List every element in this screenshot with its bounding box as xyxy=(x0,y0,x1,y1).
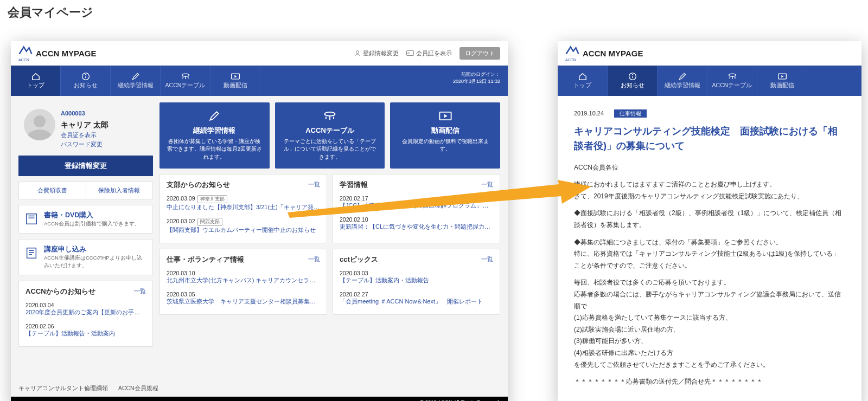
footer-link-rules[interactable]: ACCN会員規程 xyxy=(118,385,158,391)
brand-name: ACCN MYPAGE xyxy=(583,49,643,58)
svg-point-0 xyxy=(356,51,359,54)
panel-job: 仕事・ボランティア情報一覧 2020.03.10 北九州市立大学(北方キャンパス… xyxy=(159,249,327,315)
video-icon xyxy=(231,72,240,81)
member-id: A000003 xyxy=(61,109,108,119)
more-link[interactable]: 一覧 xyxy=(308,181,320,189)
video-icon xyxy=(438,110,452,122)
card-icon xyxy=(406,50,414,56)
svg-rect-8 xyxy=(27,214,37,224)
page-title: 会員マイページ xyxy=(0,0,868,25)
news-item[interactable]: 2020.02.06 【テーブル】活動報告・活動案内 xyxy=(25,320,146,341)
news-item[interactable]: 2020.03.03 【テーブル】活動案内・活動報告 xyxy=(340,267,493,288)
svg-point-5 xyxy=(85,74,86,75)
news-item[interactable]: 2020.03.10 北九州市立大学(北方キャンパス) キャリアカウンセラ… xyxy=(167,267,320,288)
home-icon xyxy=(578,72,588,81)
svg-rect-9 xyxy=(27,248,36,258)
main-nav: トップ お知らせ 継続学習情報 ACCNテーブル 動画配信 前回のログイン： 2… xyxy=(11,66,508,96)
article-category: 仕事情報 xyxy=(614,109,647,118)
logo[interactable]: ACCN ACCN MYPAGE xyxy=(18,44,96,62)
side-link-books[interactable]: 書籍・DVD購入 ACCN会員は割引価格で購入できます。 xyxy=(18,205,153,234)
article-text: 皆様におかれましてはますますご清祥のこととお慶び申し上げます。 さて、2019年… xyxy=(574,179,845,202)
logo[interactable]: ACCN ACCN MYPAGE xyxy=(565,44,643,62)
home-icon xyxy=(31,72,41,81)
table-icon xyxy=(181,72,190,81)
copyright: © 2019 ACCN All Rights Reserved. xyxy=(11,397,508,401)
svg-point-10 xyxy=(325,112,335,116)
brand-name: ACCN MYPAGE xyxy=(36,49,96,58)
feature-tiles: 継続学習情報 各団体が募集している学習・講座が検索できます。講座情報は毎月2回更… xyxy=(159,102,500,169)
pencil-icon xyxy=(678,72,687,81)
more-link[interactable]: 一覧 xyxy=(481,181,493,189)
footer: キャリアコンサルタント倫理綱領 ACCN会員規程 © 2019 ACCN All… xyxy=(11,380,508,401)
news-item[interactable]: 2020.03.05 茨城県立医療大学 キャリア支援センター相談員募集の… xyxy=(167,288,320,309)
article-window: ACCN ACCN MYPAGE トップ お知らせ 継続学習情報 ACCNテーブ… xyxy=(558,41,861,401)
link-show-card[interactable]: 会員証を表示 xyxy=(61,131,108,140)
nav-top[interactable]: トップ xyxy=(558,66,608,96)
util-show-card[interactable]: 会員証を表示 xyxy=(406,49,452,57)
book-icon xyxy=(24,212,39,226)
table-icon xyxy=(323,110,337,122)
member-name: キャリア 太郎 xyxy=(61,119,108,131)
accn-news-panel: ACCNからのお知らせ 一覧 2020.03.04 2020年度会員更新のご案内… xyxy=(18,281,153,347)
svg-point-15 xyxy=(729,74,736,76)
svg-point-6 xyxy=(182,74,189,76)
nav-news[interactable]: お知らせ xyxy=(61,66,111,96)
main-nav: トップ お知らせ 継続学習情報 ACCNテーブル 動画配信 xyxy=(558,66,861,96)
util-reg-change[interactable]: 登録情報変更 xyxy=(354,49,399,57)
svg-point-14 xyxy=(632,74,633,75)
pencil-icon xyxy=(207,110,221,122)
form-icon xyxy=(24,246,39,260)
news-item[interactable]: 2020.03.09神奈川支部 中止になりました【神奈川支部】3/21(土)「キ… xyxy=(167,192,320,215)
nav-study[interactable]: 継続学習情報 xyxy=(658,66,707,96)
side-link-course[interactable]: 講座申し込み ACCN主催講座はCCCのHPよりお申し込みいただけます。 xyxy=(18,239,153,276)
article-text: ◆募集の詳細につきましては、添付の「募集要項」をご参照ください。 特に、応募資格… xyxy=(574,237,845,272)
footer-link-ethics[interactable]: キャリアコンサルタント倫理綱領 xyxy=(18,385,108,391)
header: ACCN ACCN MYPAGE xyxy=(558,41,861,66)
panel-study: 学習情報一覧 2020.02.17 【JCC】「職業生活設計の為の自己理解プログ… xyxy=(333,174,500,243)
twin-insurance[interactable]: 保険加入者情報 xyxy=(86,182,153,199)
news-item[interactable]: 2020.03.04 2020年度会員更新のご案内【更新のお手続き… xyxy=(25,299,146,320)
news-item[interactable]: 2020.02.27 「会員meeting ＃ACCN Now＆Next」 開催… xyxy=(340,288,493,309)
nav-top[interactable]: トップ xyxy=(11,66,61,96)
table-icon xyxy=(727,72,737,81)
article-text: 毎回、相談者役では多くのご応募を頂いております。 応募者多数の場合には、勝手なが… xyxy=(574,277,845,371)
accn-news-title: ACCNからのお知らせ xyxy=(25,287,95,296)
article-body: 2019.10.24 仕事情報 キャリアコンサルティング技能検定 面接試験におけ… xyxy=(558,96,861,401)
article-title: キャリアコンサルティング技能検定 面接試験における「相談者役)」の募集について xyxy=(574,124,845,153)
twin-receipt[interactable]: 会費領収書 xyxy=(19,182,86,199)
article-text: ＊＊＊＊＊＊＊＊応募書類の送付先／問合せ先＊＊＊＊＊＊＊＊ xyxy=(574,376,845,388)
reg-change-button[interactable]: 登録情報変更 xyxy=(18,156,153,176)
last-login: 前回のログイン： 2020年3月12日 11:32 xyxy=(445,66,508,96)
nav-table[interactable]: ACCNテーブル xyxy=(161,66,210,96)
news-item[interactable]: 2020.02.17 【JCC】「職業生活設計の為の自己理解プログラム」更新… xyxy=(340,192,493,213)
link-change-pw[interactable]: パスワード変更 xyxy=(61,140,108,149)
profile-block: A000003 キャリア 太郎 会員証を表示 パスワード変更 登録情報変更 xyxy=(18,102,153,176)
nav-news[interactable]: お知らせ xyxy=(608,66,658,96)
twin-links: 会費領収書 保険加入者情報 xyxy=(18,182,153,199)
accn-news-more[interactable]: 一覧 xyxy=(134,288,146,295)
user-icon xyxy=(354,50,361,56)
video-icon xyxy=(777,72,787,81)
article-text: ACCN会員各位 xyxy=(574,162,845,174)
news-item[interactable]: 2020.02.10 更新講習：【CLに気づきや変化を生む力・問題把握力と… xyxy=(340,213,493,234)
news-item[interactable]: 2020.03.02関西支部 【関西支部】ウエルカムパーティー開催中止のお知らせ xyxy=(167,215,320,237)
tile-study[interactable]: 継続学習情報 各団体が募集している学習・講座が検索できます。講座情報は毎月2回更… xyxy=(159,102,270,169)
nav-video[interactable]: 動画配信 xyxy=(210,66,260,96)
logout-button[interactable]: ログアウト xyxy=(459,47,500,60)
pencil-icon xyxy=(131,72,141,81)
header: ACCN ACCN MYPAGE 登録情報変更 会員証を表示 ログアウト xyxy=(11,41,508,66)
mypage-window: ACCN ACCN MYPAGE 登録情報変更 会員証を表示 ログアウト xyxy=(11,41,508,401)
logo-sublabel: ACCN xyxy=(18,58,33,62)
tile-table[interactable]: ACCNテーブル テーマごとに活動をしている「テーブル」について活動記録を見るこ… xyxy=(275,102,385,169)
nav-table[interactable]: ACCNテーブル xyxy=(707,66,757,96)
svg-rect-2 xyxy=(407,52,410,54)
nav-study[interactable]: 継続学習情報 xyxy=(111,66,161,96)
info-icon xyxy=(628,72,637,81)
nav-video[interactable]: 動画配信 xyxy=(757,66,807,96)
panel-topics: cctピックス一覧 2020.03.03 【テーブル】活動案内・活動報告 202… xyxy=(333,249,500,315)
tile-video[interactable]: 動画配信 会員限定の動画が無料で視聴出来ます。 xyxy=(390,102,500,169)
more-link[interactable]: 一覧 xyxy=(308,256,320,263)
more-link[interactable]: 一覧 xyxy=(481,256,493,263)
article-date: 2019.10.24 xyxy=(574,110,604,117)
logo-sublabel: ACCN xyxy=(565,58,579,62)
